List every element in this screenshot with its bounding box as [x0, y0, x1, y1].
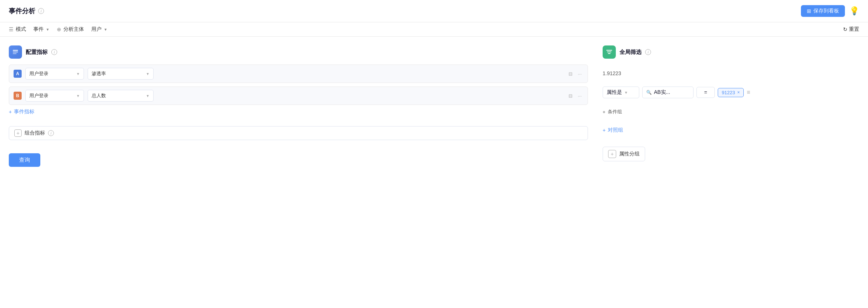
metric-a-event-select[interactable]: 用户登录 ▼	[25, 68, 84, 80]
metric-a-actions: ⊟ ···	[567, 70, 583, 77]
filter-header: 全局筛选 i	[603, 45, 859, 59]
toolbar-analysis-subject[interactable]: ⊕ 分析主体	[57, 26, 84, 33]
filter-equals-field: =	[696, 87, 715, 98]
toolbar-mode[interactable]: ☰ 模式	[9, 26, 26, 33]
filter-number: 1.91223	[603, 70, 859, 76]
metric-a-event-text: 用户登录	[29, 70, 48, 77]
metric-label-b: B	[14, 92, 22, 100]
page-container: 事件分析 i ⊞ 保存到看板 💡 ☰ 模式 事件 ▼ ⊕ 分析主体	[0, 0, 868, 308]
filter-info-icon[interactable]: i	[645, 49, 651, 55]
mode-icon: ☰	[9, 26, 14, 32]
header-left: 事件分析 i	[9, 7, 44, 15]
metric-a-measure-select[interactable]: 渗透率 ▼	[88, 68, 154, 80]
metric-b-measure-text: 总人数	[92, 92, 106, 99]
add-condition-button[interactable]: + 条件组	[603, 109, 859, 115]
add-compare-button[interactable]: + 对照组	[603, 127, 859, 133]
attr-plus-icon: +	[608, 150, 616, 158]
add-combo-button[interactable]: + 组合指标 i	[9, 126, 588, 140]
toolbar-user[interactable]: 用户 ▼	[91, 26, 107, 33]
toolbar-left: ☰ 模式 事件 ▼ ⊕ 分析主体 用户 ▼	[9, 26, 107, 33]
filter-tag-value: 91223	[722, 90, 735, 95]
metric-a-filter-icon[interactable]: ⊟	[567, 70, 574, 77]
metric-a-more-icon[interactable]: ···	[576, 70, 583, 77]
add-event-indicator-button[interactable]: + 事件指标	[9, 109, 588, 115]
filter-type-chevron: ▼	[624, 91, 628, 95]
save-to-dashboard-button[interactable]: ⊞ 保存到看板	[801, 5, 845, 17]
header-info-icon[interactable]: i	[38, 8, 44, 14]
metric-b-measure-select[interactable]: 总人数 ▼	[88, 90, 154, 102]
configure-info-icon[interactable]: i	[51, 49, 57, 55]
user-chevron-icon: ▼	[104, 27, 107, 32]
add-compare-label: 对照组	[608, 127, 623, 133]
add-plus-icon: +	[9, 109, 12, 115]
dashboard-icon: ⊞	[807, 8, 811, 14]
metric-b-measure-chevron: ▼	[146, 94, 150, 98]
combo-info-icon[interactable]: i	[48, 130, 54, 136]
event-chevron-icon: ▼	[46, 27, 49, 32]
toolbar: ☰ 模式 事件 ▼ ⊕ 分析主体 用户 ▼ ↻ 重置	[0, 22, 868, 37]
metric-a-measure-chevron: ▼	[146, 72, 150, 76]
metric-row-b: B 用户登录 ▼ 总人数 ▼ ⊟ ···	[9, 87, 588, 105]
main-content: 配置指标 i A 用户登录 ▼ 渗透率 ▼ ⊟ ·	[0, 37, 868, 308]
reset-label: 重置	[849, 26, 859, 33]
filter-search-input[interactable]: 🔍 AB实...	[642, 87, 694, 98]
filter-row: 属性是 ▼ 🔍 AB实... = 91223 × ≡	[603, 87, 859, 98]
add-condition-plus-icon: +	[603, 109, 606, 115]
add-indicator-label: 事件指标	[14, 109, 34, 115]
filter-search-icon: 🔍	[646, 90, 652, 95]
metric-b-filter-icon[interactable]: ⊟	[567, 92, 574, 99]
metric-a-event-chevron: ▼	[76, 72, 80, 76]
target-icon: ⊕	[57, 26, 61, 32]
filter-tag: 91223 ×	[718, 88, 744, 97]
filter-icon	[603, 45, 616, 59]
configure-title: 配置指标	[26, 49, 48, 56]
toolbar-event[interactable]: 事件 ▼	[33, 26, 49, 33]
add-compare-plus-icon: +	[603, 127, 606, 133]
filter-type-text: 属性是	[607, 89, 622, 96]
filter-equals-text: =	[704, 89, 707, 95]
metric-a-measure-text: 渗透率	[92, 70, 106, 77]
configure-header: 配置指标 i	[9, 45, 588, 59]
svg-rect-1	[13, 52, 18, 53]
svg-rect-2	[13, 53, 16, 54]
reset-icon: ↻	[843, 26, 847, 32]
toolbar-user-label: 用户	[91, 26, 102, 33]
combo-section: + 组合指标 i	[9, 126, 588, 140]
attr-group-label: 属性分组	[619, 151, 640, 157]
metric-b-event-chevron: ▼	[76, 94, 80, 98]
metric-label-a: A	[14, 70, 22, 78]
svg-rect-0	[13, 50, 18, 51]
header-right: ⊞ 保存到看板 💡	[801, 5, 859, 17]
metric-b-event-text: 用户登录	[29, 92, 48, 99]
header: 事件分析 i ⊞ 保存到看板 💡	[0, 0, 868, 22]
filter-type-select[interactable]: 属性是 ▼	[603, 87, 639, 98]
configure-icon	[9, 45, 22, 59]
toolbar-analysis-label: 分析主体	[63, 26, 84, 33]
toolbar-event-label: 事件	[33, 26, 44, 33]
bulb-icon[interactable]: 💡	[849, 6, 859, 16]
metric-b-actions: ⊟ ···	[567, 92, 583, 99]
metric-b-event-select[interactable]: 用户登录 ▼	[25, 90, 84, 102]
add-condition-label: 条件组	[608, 109, 622, 115]
filter-search-text: AB实...	[654, 89, 670, 96]
left-panel: 配置指标 i A 用户登录 ▼ 渗透率 ▼ ⊟ ·	[9, 45, 588, 299]
combo-plus-icon: +	[14, 129, 22, 137]
save-button-label: 保存到看板	[813, 8, 839, 14]
toolbar-mode-label: 模式	[16, 26, 26, 33]
filter-format-icon[interactable]: ≡	[747, 89, 750, 96]
query-button[interactable]: 查询	[9, 153, 40, 167]
filter-tag-remove-button[interactable]: ×	[737, 90, 740, 95]
combo-title: 组合指标	[25, 130, 45, 136]
metric-row-a: A 用户登录 ▼ 渗透率 ▼ ⊟ ···	[9, 65, 588, 83]
add-attr-group-button[interactable]: + 属性分组	[603, 147, 645, 161]
metric-b-more-icon[interactable]: ···	[576, 92, 583, 99]
page-title: 事件分析	[9, 7, 35, 15]
configure-section: 配置指标 i A 用户登录 ▼ 渗透率 ▼ ⊟ ·	[9, 45, 588, 115]
right-panel: 全局筛选 i 1.91223 属性是 ▼ 🔍 AB实... =	[603, 45, 859, 299]
filter-title: 全局筛选	[619, 49, 641, 56]
reset-button[interactable]: ↻ 重置	[843, 26, 859, 33]
